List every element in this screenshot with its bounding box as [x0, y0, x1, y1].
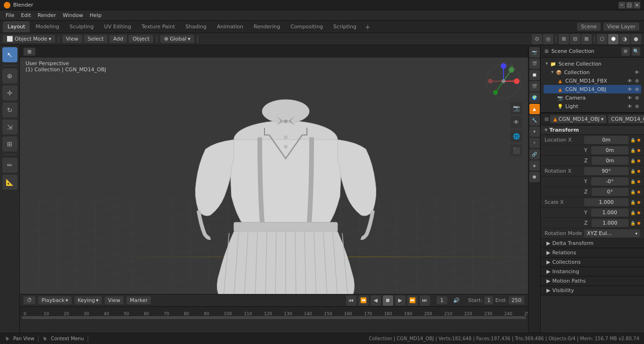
modifier-props-icon[interactable]: 🔧 — [529, 115, 540, 126]
obj-restrict-icon[interactable]: ⚙ — [635, 87, 639, 92]
location-z-value[interactable]: 0m — [592, 157, 628, 165]
timeline-scrollbar-thumb[interactable] — [22, 316, 526, 319]
jump-start-button[interactable]: ⏮ — [346, 295, 356, 306]
rotation-mode-value[interactable]: XYZ Eul... ▾ — [584, 229, 640, 237]
playback-menu[interactable]: Playback ▾ — [38, 296, 72, 304]
light-restrict-icon[interactable]: ⚙ — [635, 104, 639, 109]
view-layer-props-icon[interactable]: 🔲 — [529, 70, 540, 80]
material-props-icon[interactable]: ⬟ — [529, 172, 540, 182]
menu-edit[interactable]: Edit — [18, 11, 33, 19]
scale-y-value[interactable]: 1.000 — [591, 209, 628, 217]
rotation-x-key-dot[interactable] — [637, 170, 640, 173]
tab-compositing[interactable]: Compositing — [286, 21, 328, 33]
rotation-y-lock-icon[interactable]: 🔒 — [630, 179, 636, 184]
rendered-shading-button[interactable]: ● — [631, 34, 641, 44]
render-props-icon[interactable]: 📷 — [529, 47, 540, 58]
cursor-tool-button[interactable]: ⊕ — [2, 68, 17, 84]
menu-file[interactable]: File — [3, 11, 17, 19]
proportional-edit-button[interactable]: ◎ — [543, 34, 553, 44]
end-frame[interactable]: 250 — [509, 296, 524, 304]
scale-z-key-dot[interactable] — [637, 222, 640, 225]
play-back-button[interactable]: ◀ — [371, 295, 381, 306]
transform-section-header[interactable]: ▼ Transform — [541, 126, 644, 135]
viewport[interactable]: ⊞ User Perspective (1) Collection | CGN_… — [20, 45, 528, 333]
location-x-key-dot[interactable] — [637, 139, 640, 142]
wireframe-shading-button[interactable]: ⬡ — [597, 34, 607, 44]
location-z-lock-icon[interactable]: 🔒 — [630, 159, 636, 163]
tab-scripting[interactable]: Scripting — [329, 21, 361, 33]
solid-shading-button[interactable]: ⬢ — [608, 34, 619, 44]
cgn-obj-item[interactable]: ▲ CGN_MD14_OBJ 👁 ⚙ — [544, 85, 641, 93]
step-back-button[interactable]: ⏪ — [358, 295, 369, 306]
select-tool-button[interactable]: ↖ — [2, 47, 17, 62]
play-forward-button[interactable]: ▶ — [395, 295, 405, 306]
particles-props-icon[interactable]: ✦ — [529, 126, 540, 137]
render-region-button[interactable]: ⬛ — [510, 144, 522, 157]
annotate-tool-button[interactable]: ✏ — [2, 158, 17, 173]
mode-selector[interactable]: ⬜ Object Mode ▾ — [3, 35, 55, 43]
frame-number[interactable]: 1 — [437, 296, 447, 304]
visibility-section-header[interactable]: ▶ Visibility — [541, 286, 644, 295]
outliner-collection-item[interactable]: ▼ 📦 Collection 👁 — [544, 68, 641, 76]
navigation-gizmo[interactable]: X Y Z — [485, 62, 522, 100]
stop-button[interactable]: ⏹ — [383, 295, 393, 306]
location-z-key-dot[interactable] — [637, 159, 640, 162]
search-outliner-input[interactable]: 🔍 — [632, 47, 640, 56]
move-tool-button[interactable]: ✛ — [2, 85, 17, 101]
view-menu[interactable]: View — [62, 35, 82, 43]
view-layer-selector[interactable]: View Layer — [603, 23, 639, 31]
scale-y-lock-icon[interactable]: 🔒 — [630, 210, 636, 215]
menu-help[interactable]: Help — [87, 11, 104, 19]
fbx-restrict-icon[interactable]: ⚙ — [635, 78, 639, 84]
world-props-icon[interactable]: 🌍 — [529, 92, 540, 103]
tab-modeling[interactable]: Modeling — [31, 21, 64, 33]
scale-x-key-dot[interactable] — [637, 201, 640, 204]
object-type-selector[interactable]: ▲ CGN_MD14_OBJ ▾ — [550, 115, 606, 123]
select-menu[interactable]: Select — [84, 35, 107, 43]
transform-selector[interactable]: ⊕ Global ▾ — [160, 35, 194, 43]
object-props-icon[interactable]: ▲ — [529, 104, 540, 114]
editor-type-button[interactable]: ⊞ — [24, 48, 35, 56]
scale-z-lock-icon[interactable]: 🔒 — [630, 221, 636, 226]
jump-end-button[interactable]: ⏭ — [420, 295, 430, 306]
snap-button[interactable]: ⊙ — [532, 34, 542, 44]
data-props-icon[interactable]: ◈ — [529, 160, 540, 171]
marker-menu[interactable]: Marker — [126, 296, 151, 304]
tab-animation[interactable]: Animation — [212, 21, 248, 33]
cgn-fbx-item[interactable]: ▲ CGN_MD14_FBX 👁 ⚙ — [544, 76, 641, 85]
instancing-section-header[interactable]: ▶ Instancing — [541, 267, 644, 277]
menu-render[interactable]: Render — [35, 11, 59, 19]
local-global-button[interactable]: 🌐 — [510, 130, 522, 143]
tab-texture-paint[interactable]: Texture Paint — [137, 21, 180, 33]
camera-restrict-icon[interactable]: ⚙ — [635, 95, 639, 101]
maximize-button[interactable]: □ — [626, 2, 633, 8]
tab-layout[interactable]: Layout — [3, 21, 30, 33]
constraints-props-icon[interactable]: 🔗 — [529, 149, 540, 159]
view-menu-tl[interactable]: View — [105, 296, 124, 304]
collections-section-header[interactable]: ▶ Collections — [541, 258, 644, 267]
motion-paths-section-header[interactable]: ▶ Motion Paths — [541, 277, 644, 286]
perspective-ortho-button[interactable]: 👁 — [510, 116, 522, 128]
menu-window[interactable]: Window — [60, 11, 86, 19]
xray-button[interactable]: ⊠ — [581, 34, 592, 44]
timeline-scrollbar[interactable] — [22, 316, 526, 319]
scene-props-icon[interactable]: 🎬 — [529, 81, 540, 92]
editor-type-tl-button[interactable]: ⏱ — [24, 296, 35, 304]
rotation-y-key-dot[interactable] — [637, 180, 640, 183]
object-menu[interactable]: Object — [129, 35, 153, 43]
location-y-lock-icon[interactable]: 🔒 — [630, 148, 636, 153]
collection-visibility-icon[interactable]: 👁 — [635, 70, 639, 75]
location-y-value[interactable]: 0m — [591, 146, 628, 154]
camera-item[interactable]: 📷 Camera 👁 ⚙ — [544, 93, 641, 102]
step-forward-button[interactable]: ⏩ — [407, 295, 418, 306]
timeline-ruler[interactable]: 0 10 20 30 40 50 60 70 80 90 100 110 — [20, 307, 528, 316]
scale-x-lock-icon[interactable]: 🔒 — [630, 200, 636, 205]
viewport-gizmos-button[interactable]: ⊞ — [559, 34, 569, 44]
relations-section-header[interactable]: ▶ Relations — [541, 248, 644, 258]
rotation-z-lock-icon[interactable]: 🔒 — [630, 190, 636, 194]
output-props-icon[interactable]: 🎬 — [529, 59, 540, 69]
measure-tool-button[interactable]: 📐 — [2, 175, 17, 190]
location-y-key-dot[interactable] — [637, 149, 640, 152]
audio-sync-button[interactable]: 🔊 — [453, 297, 460, 303]
fbx-visibility-icon[interactable]: 👁 — [627, 78, 632, 84]
